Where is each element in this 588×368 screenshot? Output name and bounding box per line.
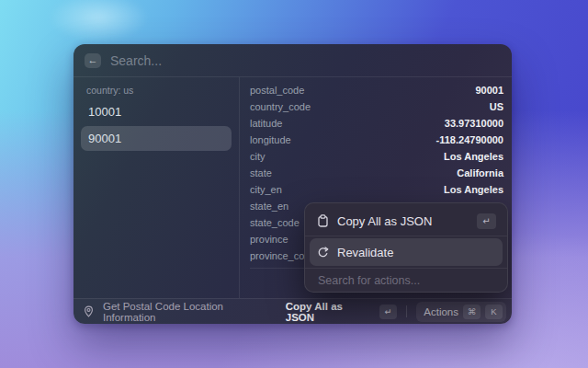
details-row: latitude 33.97310000 <box>250 115 503 132</box>
command-title: Get Postal Code Location Information <box>103 301 278 323</box>
details-row: country_code US <box>250 98 503 115</box>
back-button[interactable]: ← <box>85 53 101 68</box>
details-row: city_en Los Angeles <box>250 181 503 198</box>
desktop: ← Search... country: us 10001 90001 post… <box>0 0 588 368</box>
search-bar: ← Search... <box>74 44 512 77</box>
wallpaper-logo <box>48 0 149 42</box>
details-row-label: city_en <box>250 184 282 195</box>
search-input[interactable]: Search... <box>110 53 162 68</box>
details-row: state California <box>250 165 503 181</box>
menu-separator <box>305 268 507 269</box>
cmd-key-badge: ⌘ <box>463 305 481 319</box>
list-item[interactable]: 10001 <box>81 99 232 124</box>
details-row-label: province <box>250 234 288 245</box>
details-row: postal_code 90001 <box>250 82 503 98</box>
list-item-label: 10001 <box>88 105 121 119</box>
details-row-value: 33.97310000 <box>445 118 503 129</box>
details-row-value: California <box>457 167 503 178</box>
footer-divider <box>406 305 407 317</box>
footer-actions: Copy All as JSON ↵ Actions ⌘ K <box>286 301 506 323</box>
details-row-value: -118.24790000 <box>436 134 503 145</box>
details-row-label: latitude <box>250 118 282 129</box>
actions-search-input[interactable]: Search for actions... <box>310 270 503 291</box>
details-row-label: state_code <box>250 217 300 228</box>
list-section-label: country: us <box>86 85 226 96</box>
menu-separator <box>305 236 507 236</box>
actions-button[interactable]: Actions ⌘ K <box>416 302 506 322</box>
actions-button-label: Actions <box>424 306 458 317</box>
details-row: longitude -118.24790000 <box>250 132 503 148</box>
primary-action-button[interactable]: Copy All as JSON <box>286 301 374 323</box>
menu-item-label: Revalidate <box>337 246 393 259</box>
details-row-label: longitude <box>250 134 291 145</box>
details-row-value: US <box>490 101 503 112</box>
footer-bar: Get Postal Code Location Information Cop… <box>74 298 512 324</box>
details-row-value: Los Angeles <box>444 151 503 162</box>
return-key-badge: ↵ <box>477 213 496 229</box>
details-row-label: postal_code <box>250 85 304 96</box>
k-key-badge: K <box>485 305 503 319</box>
actions-menu: Copy All as JSON ↵ Revalidate Search for… <box>304 202 508 293</box>
menu-item-copy-all-as-json[interactable]: Copy All as JSON ↵ <box>310 208 503 234</box>
list-item-selected[interactable]: 90001 <box>81 126 232 151</box>
details-row-label: state <box>250 167 272 178</box>
details-row-label: city <box>250 151 266 162</box>
menu-item-label: Copy All as JSON <box>337 214 432 228</box>
map-pin-icon <box>83 305 96 318</box>
launcher-window: ← Search... country: us 10001 90001 post… <box>74 44 512 324</box>
clipboard-icon <box>316 214 329 227</box>
results-list: country: us 10001 90001 <box>74 77 240 298</box>
menu-item-revalidate[interactable]: Revalidate <box>310 238 503 266</box>
return-key-badge: ↵ <box>379 305 397 319</box>
details-row: city Los Angeles <box>250 148 503 165</box>
list-item-label: 90001 <box>88 132 121 145</box>
details-row-label: country_code <box>250 101 311 112</box>
refresh-icon <box>316 246 329 259</box>
arrow-left-icon: ← <box>88 55 98 65</box>
details-row-value: 90001 <box>475 85 503 96</box>
details-row-value: Los Angeles <box>444 184 503 195</box>
details-row-label: state_en <box>250 201 288 212</box>
